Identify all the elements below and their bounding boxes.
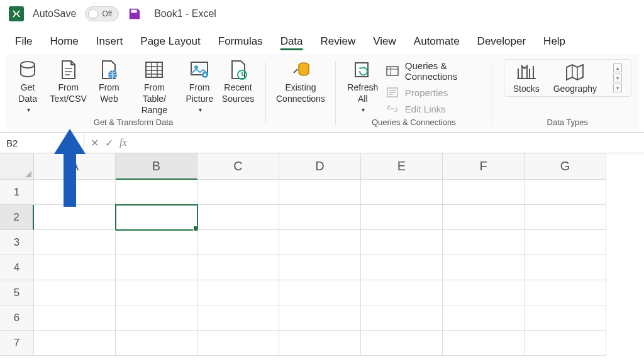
cell-A7[interactable]: [34, 331, 116, 356]
row-header-6[interactable]: 6: [0, 305, 34, 331]
cell-B5[interactable]: [116, 280, 197, 305]
get-data-button[interactable]: Get Data▾: [9, 58, 46, 117]
cell-B4[interactable]: [116, 255, 197, 280]
row-header-1[interactable]: 1: [0, 180, 34, 205]
enter-formula-icon[interactable]: ✓: [105, 137, 113, 149]
window-title: Book1 - Excel: [154, 8, 216, 19]
cell-C1[interactable]: [197, 180, 279, 205]
cell-G7[interactable]: [525, 331, 606, 356]
cell-B7[interactable]: [116, 331, 197, 356]
from-text-csv-button[interactable]: From Text/CSV: [47, 58, 89, 106]
from-picture-button[interactable]: From Picture▾: [181, 58, 218, 117]
formula-input[interactable]: [133, 133, 644, 153]
tab-file[interactable]: File: [6, 30, 41, 54]
col-header-A[interactable]: A: [34, 153, 116, 180]
from-web-button[interactable]: From Web: [91, 58, 127, 106]
cell-B3[interactable]: [116, 230, 197, 255]
col-header-B[interactable]: B: [116, 153, 197, 180]
cell-F7[interactable]: [443, 331, 525, 356]
cell-E2[interactable]: [361, 205, 443, 230]
data-type-geography[interactable]: Geography: [553, 62, 597, 94]
cell-G5[interactable]: [525, 280, 606, 305]
refresh-all-button[interactable]: Refresh All▾: [345, 58, 381, 117]
cell-D4[interactable]: [279, 255, 361, 280]
cell-G6[interactable]: [525, 305, 606, 331]
tab-help[interactable]: Help: [535, 30, 574, 54]
col-header-D[interactable]: D: [279, 153, 361, 180]
cell-A6[interactable]: [34, 305, 116, 331]
cell-A5[interactable]: [34, 280, 116, 305]
cell-F4[interactable]: [443, 255, 525, 280]
geography-icon: [564, 62, 586, 81]
cell-G3[interactable]: [525, 230, 606, 255]
cell-D7[interactable]: [279, 331, 361, 356]
recent-file-icon: [230, 59, 247, 80]
cell-D3[interactable]: [279, 230, 361, 255]
queries-connections-button[interactable]: Queries & Connections: [386, 60, 479, 82]
cell-D6[interactable]: [279, 305, 361, 331]
cell-E3[interactable]: [361, 230, 443, 255]
cell-G2[interactable]: [525, 205, 606, 230]
chevron-up-icon[interactable]: ▴: [613, 63, 622, 72]
cell-C4[interactable]: [197, 255, 279, 280]
row-header-2[interactable]: 2: [0, 205, 34, 230]
chevron-expand-icon[interactable]: ▾: [613, 84, 622, 92]
cell-F1[interactable]: [443, 180, 525, 205]
cell-E7[interactable]: [361, 331, 443, 356]
autosave-toggle[interactable]: Off: [85, 6, 119, 21]
cell-B1[interactable]: [116, 180, 197, 205]
cell-C5[interactable]: [197, 280, 279, 305]
cell-F3[interactable]: [443, 230, 525, 255]
cell-C7[interactable]: [197, 331, 279, 356]
cell-D1[interactable]: [279, 180, 361, 205]
tab-review[interactable]: Review: [312, 30, 365, 54]
save-icon[interactable]: [128, 7, 142, 21]
col-header-E[interactable]: E: [361, 153, 443, 180]
cell-B2[interactable]: [116, 205, 197, 230]
cell-E6[interactable]: [361, 305, 443, 331]
tab-developer[interactable]: Developer: [469, 30, 535, 54]
cell-F6[interactable]: [443, 305, 525, 331]
col-header-C[interactable]: C: [197, 153, 279, 180]
cell-D5[interactable]: [279, 280, 361, 305]
tab-page-layout[interactable]: Page Layout: [131, 30, 209, 54]
row-header-7[interactable]: 7: [0, 331, 34, 356]
cell-F5[interactable]: [443, 280, 525, 305]
cell-G1[interactable]: [525, 180, 606, 205]
cell-G4[interactable]: [525, 255, 606, 280]
row-header-3[interactable]: 3: [0, 230, 34, 255]
cell-E4[interactable]: [361, 255, 443, 280]
cancel-formula-icon[interactable]: ✕: [91, 137, 99, 149]
cell-E5[interactable]: [361, 280, 443, 305]
tab-formulas[interactable]: Formulas: [209, 30, 272, 54]
cell-A1[interactable]: [34, 180, 116, 205]
cell-A4[interactable]: [34, 255, 116, 280]
cell-A3[interactable]: [34, 230, 116, 255]
fx-icon[interactable]: fx: [119, 137, 127, 148]
cell-C2[interactable]: [197, 205, 279, 230]
col-header-G[interactable]: G: [525, 153, 606, 180]
col-header-F[interactable]: F: [443, 153, 525, 180]
cell-C3[interactable]: [197, 230, 279, 255]
existing-connections-button[interactable]: Existing Connections: [272, 58, 329, 106]
from-table-range-button[interactable]: From Table/ Range: [128, 58, 180, 117]
chevron-down-icon[interactable]: ▾: [613, 74, 622, 82]
data-type-stocks[interactable]: Stocks: [513, 62, 540, 94]
name-box[interactable]: B2: [0, 133, 84, 153]
cell-B6[interactable]: [116, 305, 197, 331]
recent-sources-button[interactable]: Recent Sources: [219, 58, 257, 106]
tab-view[interactable]: View: [364, 30, 405, 54]
cell-F2[interactable]: [443, 205, 525, 230]
tab-insert[interactable]: Insert: [87, 30, 132, 54]
select-all-corner[interactable]: [0, 153, 34, 180]
tab-home[interactable]: Home: [41, 30, 87, 54]
cell-D2[interactable]: [279, 205, 361, 230]
row-header-4[interactable]: 4: [0, 255, 34, 280]
cell-C6[interactable]: [197, 305, 279, 331]
cell-E1[interactable]: [361, 180, 443, 205]
tab-automate[interactable]: Automate: [405, 30, 469, 54]
data-type-scroll[interactable]: ▴ ▾ ▾: [613, 63, 622, 92]
row-header-5[interactable]: 5: [0, 280, 34, 305]
tab-data[interactable]: Data: [272, 30, 312, 54]
cell-A2[interactable]: [34, 205, 116, 230]
